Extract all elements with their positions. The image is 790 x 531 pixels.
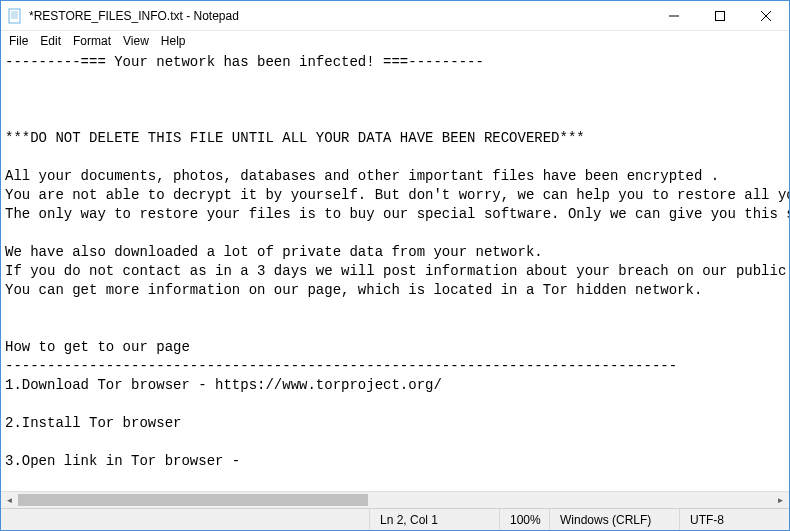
titlebar[interactable]: *RESTORE_FILES_INFO.txt - Notepad xyxy=(1,1,789,31)
status-line-ending: Windows (CRLF) xyxy=(549,509,679,530)
scrollbar-thumb[interactable] xyxy=(18,494,368,506)
status-encoding: UTF-8 xyxy=(679,509,789,530)
menu-help[interactable]: Help xyxy=(155,32,192,50)
status-zoom: 100% xyxy=(499,509,549,530)
menu-format[interactable]: Format xyxy=(67,32,117,50)
menu-edit[interactable]: Edit xyxy=(34,32,67,50)
window-controls xyxy=(651,1,789,30)
text-editor[interactable]: ---------=== Your network has been infec… xyxy=(1,51,789,491)
scroll-right-arrow[interactable]: ► xyxy=(772,492,789,509)
menu-file[interactable]: File xyxy=(3,32,34,50)
minimize-button[interactable] xyxy=(651,1,697,30)
status-position: Ln 2, Col 1 xyxy=(369,509,499,530)
menubar: File Edit Format View Help xyxy=(1,31,789,51)
notepad-icon xyxy=(7,8,23,24)
statusbar: Ln 2, Col 1 100% Windows (CRLF) UTF-8 xyxy=(1,508,789,530)
maximize-button[interactable] xyxy=(697,1,743,30)
scrollbar-track[interactable] xyxy=(18,492,772,508)
window-title: *RESTORE_FILES_INFO.txt - Notepad xyxy=(29,9,651,23)
notepad-window: *RESTORE_FILES_INFO.txt - Notepad File E… xyxy=(0,0,790,531)
menu-view[interactable]: View xyxy=(117,32,155,50)
svg-rect-6 xyxy=(716,11,725,20)
scroll-left-arrow[interactable]: ◄ xyxy=(1,492,18,509)
content-area: ---------=== Your network has been infec… xyxy=(1,51,789,491)
close-button[interactable] xyxy=(743,1,789,30)
horizontal-scrollbar[interactable]: ◄ ► xyxy=(1,491,789,508)
